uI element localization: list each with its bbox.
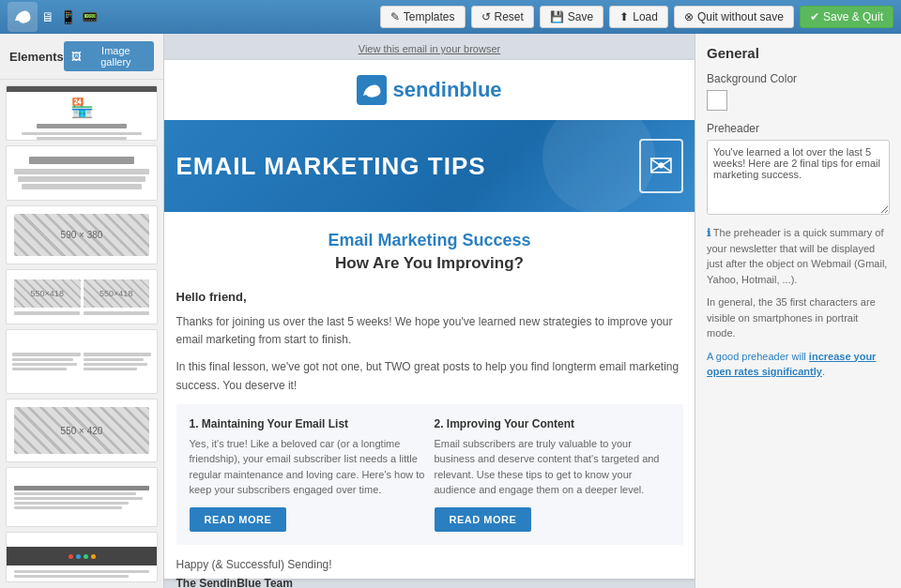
app-logo: 🖥 📱 📟 <box>8 2 98 32</box>
email-col-2: 2. Improving Your Content Email subscrib… <box>435 417 670 532</box>
checkmark-icon: ✔ <box>810 10 819 23</box>
template-list: 🏪 590 × 380 <box>0 80 163 588</box>
center-panel: View this email in your browser sendinbl… <box>164 34 695 588</box>
tablet-icon[interactable]: 📱 <box>60 9 76 24</box>
reset-button[interactable]: ↺ Reset <box>471 6 534 28</box>
save-label: Save <box>568 10 593 23</box>
general-title: General <box>707 45 890 61</box>
col2-read-more-button[interactable]: READ MORE <box>435 507 532 532</box>
elements-title: Elements <box>9 50 64 64</box>
device-icons: 🖥 📱 📟 <box>41 9 98 24</box>
load-label: Load <box>633 10 658 23</box>
template-thumb-1[interactable]: 🏪 <box>6 85 158 141</box>
info-icon: ℹ <box>707 227 710 238</box>
col1-read-more-button[interactable]: READ MORE <box>190 507 287 532</box>
footer-sig: The SendinBlue Team <box>176 577 683 588</box>
save-quit-button[interactable]: ✔ Save & Quit <box>800 6 893 28</box>
quit-label: Quit without save <box>697 10 784 23</box>
mobile-icon[interactable]: 📟 <box>82 9 98 24</box>
quit-icon: ⊗ <box>684 10 694 23</box>
preheader-label: Preheader <box>707 122 890 135</box>
increase-link[interactable]: increase your open rates significantly <box>707 351 876 378</box>
load-icon: ⬆ <box>619 10 629 23</box>
reset-icon: ↺ <box>481 10 491 23</box>
desktop-icon[interactable]: 🖥 <box>41 9 54 24</box>
footer-text: Happy (& Successful) Sending! <box>176 558 683 571</box>
right-panel: General Background Color Preheader You'v… <box>695 34 901 588</box>
col2-text: Email subscribers are truly valuable to … <box>435 436 670 498</box>
templates-label: Templates <box>404 10 455 23</box>
email-greeting: Hello friend, <box>176 290 683 304</box>
save-button[interactable]: 💾 Save <box>540 6 603 28</box>
email-para-2: In this final lesson, we've got not one,… <box>176 358 683 394</box>
template-thumb-3[interactable]: 590 × 380 <box>6 205 158 265</box>
main-layout: Elements 🖼 Image gallery 🏪 <box>0 34 901 588</box>
email-two-column: 1. Maintaining Your Email List Yes, it's… <box>176 404 683 545</box>
save-icon: 💾 <box>550 10 564 23</box>
quit-no-save-button[interactable]: ⊗ Quit without save <box>674 6 794 28</box>
templates-button[interactable]: ✎ Templates <box>380 6 466 28</box>
image-icon: 🖼 <box>71 51 82 62</box>
preheader-info: ℹ The preheader is a quick summary of yo… <box>707 225 890 287</box>
success-tip-text: A good preheader will increase your open… <box>707 351 876 378</box>
image-gallery-button[interactable]: 🖼 Image gallery <box>64 41 154 71</box>
sendinblue-logo: sendinblue <box>164 75 695 105</box>
load-button[interactable]: ⬆ Load <box>609 6 668 28</box>
email-col-1: 1. Maintaining Your Email List Yes, it's… <box>190 417 425 532</box>
image-gallery-label: Image gallery <box>85 45 146 68</box>
email-logo-header: sendinblue <box>164 60 695 120</box>
template-thumb-4[interactable]: 550×418 550×418 <box>6 269 158 324</box>
email-subtitle: Email Marketing Success <box>176 231 683 250</box>
save-quit-label: Save & Quit <box>823 10 883 23</box>
email-body: Email Marketing Success How Are You Impr… <box>164 212 695 588</box>
template-thumb-7[interactable] <box>6 467 158 527</box>
preheader-textarea[interactable]: You've learned a lot over the last 5 wee… <box>707 140 890 215</box>
left-panel: Elements 🖼 Image gallery 🏪 <box>0 34 164 588</box>
bg-color-swatch[interactable] <box>707 90 727 111</box>
bg-color-label: Background Color <box>707 72 890 85</box>
success-tip: A good preheader will increase your open… <box>707 349 890 380</box>
email-hero: EMAIL MARKETING TIPS ✉ <box>164 120 695 212</box>
template-thumb-8[interactable] <box>6 532 158 582</box>
template-thumb-5[interactable] <box>6 329 158 394</box>
view-browser-link[interactable]: View this email in your browser <box>359 43 500 54</box>
col1-text: Yes, it's true! Like a beloved car (or a… <box>190 436 425 498</box>
left-panel-header: Elements 🖼 Image gallery <box>0 34 163 80</box>
col2-title: 2. Improving Your Content <box>435 417 670 430</box>
template-thumb-6[interactable]: 550 × 420 <box>6 399 158 463</box>
templates-icon: ✎ <box>390 10 400 23</box>
email-subtitle2: How Are You Improving? <box>176 254 683 273</box>
reset-label: Reset <box>495 10 524 23</box>
hero-title: EMAIL MARKETING TIPS <box>176 152 486 181</box>
general-tip: In general, the 35 first characters are … <box>707 294 890 341</box>
col1-title: 1. Maintaining Your Email List <box>190 417 425 430</box>
email-preview: sendinblue EMAIL MARKETING TIPS ✉ Email … <box>164 60 695 579</box>
email-para-1: Thanks for joining us over the last 5 we… <box>176 313 683 349</box>
template-thumb-2[interactable] <box>6 145 158 201</box>
topbar: 🖥 📱 📟 ✎ Templates ↺ Reset 💾 Save ⬆ Load … <box>0 0 901 34</box>
logo-text: sendinblue <box>392 78 501 102</box>
info-text-content: The preheader is a quick summary of your… <box>707 227 887 285</box>
